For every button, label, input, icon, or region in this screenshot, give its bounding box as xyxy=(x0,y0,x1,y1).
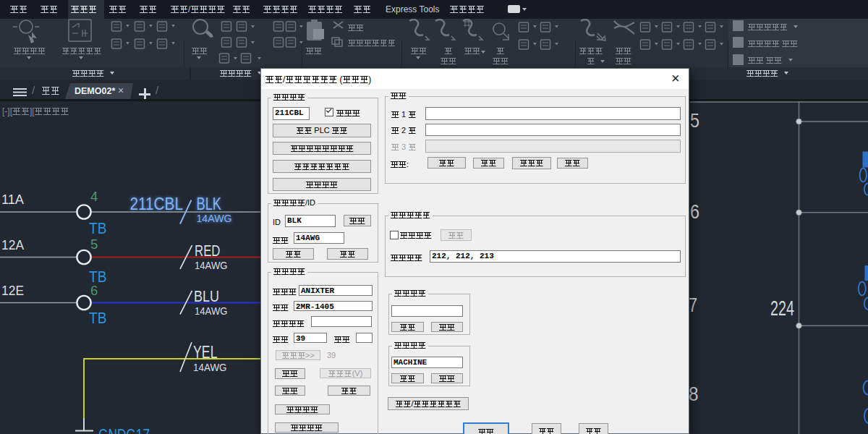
svg-text:TB: TB xyxy=(89,268,107,286)
svg-text:14AWG: 14AWG xyxy=(193,361,227,373)
svg-text:211CBL: 211CBL xyxy=(130,195,184,213)
svg-text:12E: 12E xyxy=(1,283,24,298)
svg-text:12A: 12A xyxy=(1,237,24,252)
svg-text:BLU: BLU xyxy=(194,287,219,305)
svg-text:RED: RED xyxy=(195,242,221,260)
svg-text:TB: TB xyxy=(89,310,107,327)
svg-text:BLK: BLK xyxy=(197,195,222,213)
svg-text:14AWG: 14AWG xyxy=(197,213,232,224)
svg-text:4: 4 xyxy=(90,189,98,204)
svg-text:GNDG17: GNDG17 xyxy=(98,426,150,434)
svg-text:5: 5 xyxy=(90,237,98,252)
svg-text:7: 7 xyxy=(689,294,697,316)
svg-text:8: 8 xyxy=(689,383,699,405)
svg-text:14AWG: 14AWG xyxy=(195,259,228,271)
svg-text:TB: TB xyxy=(89,220,107,237)
svg-text:11A: 11A xyxy=(1,192,24,207)
svg-text:14AWG: 14AWG xyxy=(195,305,228,317)
svg-text:224: 224 xyxy=(770,296,794,320)
svg-text:6: 6 xyxy=(690,201,699,223)
svg-text:5: 5 xyxy=(690,110,699,132)
svg-text:YEL: YEL xyxy=(193,343,218,362)
